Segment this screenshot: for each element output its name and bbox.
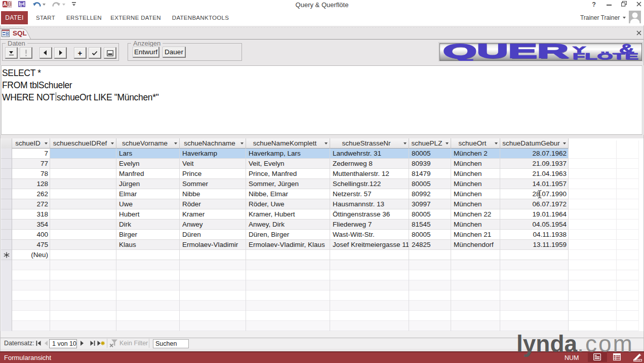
svg-text:A: A xyxy=(3,1,7,7)
svg-text:QUER: QUER xyxy=(443,43,569,61)
svg-text:&: & xyxy=(619,43,634,56)
